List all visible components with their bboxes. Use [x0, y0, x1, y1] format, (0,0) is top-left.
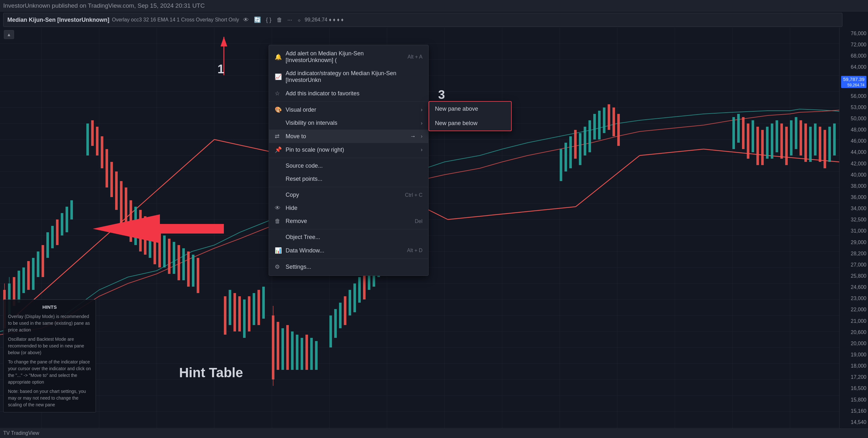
svg-rect-97 [257, 290, 260, 325]
time-bar: TV TradingView [0, 429, 868, 438]
svg-rect-78 [144, 216, 147, 255]
menu-item-settings[interactable]: ⚙ Settings... [269, 260, 428, 273]
svg-rect-145 [752, 120, 754, 152]
svg-rect-157 [809, 127, 812, 162]
price-label: 50,000 [841, 116, 866, 122]
price-label: 21,000 [841, 318, 866, 324]
svg-rect-105 [296, 335, 299, 370]
hint-line-3: To change the pane of the indicator plac… [8, 359, 91, 385]
price-label: 68,000 [841, 53, 866, 59]
hints-title: HINTS [8, 303, 91, 311]
price-label: 40,000 [841, 172, 866, 178]
svg-rect-134 [588, 120, 591, 152]
menu-item-visual-order[interactable]: 🎨 Visual order › [269, 103, 428, 116]
menu-label-add-alert: Add alert on Median Kijun-Sen [InvestorU… [286, 50, 404, 64]
price-label: 34,000 [841, 206, 866, 211]
menu-item-visibility[interactable]: Visibility on intervals › [269, 116, 428, 129]
eye-icon[interactable]: 👁 [242, 16, 250, 24]
move-icon: ⇄ [275, 133, 282, 140]
svg-rect-70 [105, 149, 108, 187]
menu-item-reset-points[interactable]: Reset points... [269, 172, 428, 185]
star-icon: ☆ [275, 90, 282, 97]
trash-icon[interactable]: 🗑 [275, 16, 284, 24]
menu-item-add-favorites[interactable]: ☆ Add this indicator to favorites [269, 87, 428, 100]
svg-rect-109 [315, 341, 318, 370]
collapse-button[interactable]: ▲ [4, 30, 14, 39]
svg-rect-104 [291, 331, 293, 370]
more-icon[interactable]: ··· [286, 16, 293, 24]
menu-item-add-indicator[interactable]: 📈 Add indicator/strategy on Median Kijun… [269, 67, 428, 87]
svg-rect-141 [733, 117, 735, 149]
indicator-params: Overlay occ3 32 16 EMA 14 1 Cross Overla… [112, 17, 239, 23]
arrow-right-icon: › [421, 107, 423, 113]
svg-rect-69 [101, 136, 103, 168]
bell-icon: 🔔 [275, 53, 282, 60]
menu-item-pin-scale[interactable]: 📌 Pin to scale (now right) › [269, 143, 428, 156]
menu-item-object-tree[interactable]: Object Tree... [269, 231, 428, 244]
svg-rect-133 [584, 127, 586, 155]
svg-rect-76 [134, 207, 137, 245]
price-label: 24,600 [841, 285, 866, 290]
svg-rect-88 [192, 255, 194, 287]
menu-item-hide[interactable]: 👁 Hide [269, 202, 428, 215]
svg-rect-150 [776, 120, 778, 152]
menu-label-visual-order: Visual order [286, 107, 417, 113]
svg-line-44 [512, 207, 576, 213]
price-label: 15,800 [841, 397, 866, 403]
submenu-item-new-pane-above[interactable]: New pane above [429, 102, 511, 116]
menu-item-data-window[interactable]: 📊 Data Window... Alt + D [269, 244, 428, 257]
svg-rect-101 [277, 322, 279, 370]
svg-rect-72 [115, 172, 118, 210]
svg-rect-143 [742, 117, 745, 149]
submenu-moveto: New pane above New pane below [429, 101, 512, 131]
svg-rect-160 [824, 130, 826, 168]
menu-label-visibility: Visibility on intervals [286, 120, 417, 126]
menu-label-source-code: Source code... [286, 163, 423, 169]
menu-item-move-to[interactable]: ⇄ Move to → › [269, 129, 428, 143]
svg-rect-56 [27, 261, 30, 290]
arrow-right-icon3: › [421, 134, 423, 139]
price-label: 29,000 [841, 240, 866, 245]
svg-rect-138 [608, 104, 610, 130]
chart-icon: 📈 [275, 73, 282, 80]
menu-item-add-alert[interactable]: 🔔 Add alert on Median Kijun-Sen [Investo… [269, 47, 428, 67]
refresh-icon[interactable]: 🔄 [253, 16, 262, 24]
price-label: 56,000 [841, 93, 866, 99]
bracket-icon[interactable]: { } [265, 16, 273, 24]
price-label: 38,000 [841, 183, 866, 189]
price-scale: 76,000 72,000 68,000 64,000 59,787.3959,… [839, 28, 868, 429]
indicator-title: Median Kijun-Sen [InvestorUnknown] [7, 17, 110, 23]
svg-rect-71 [110, 162, 113, 197]
svg-rect-113 [344, 296, 346, 325]
svg-rect-114 [349, 290, 351, 316]
svg-rect-144 [747, 123, 749, 159]
svg-rect-131 [574, 130, 577, 159]
menu-label-add-favorites: Add this indicator to favorites [286, 90, 423, 97]
svg-rect-73 [120, 181, 123, 223]
menu-item-remove[interactable]: 🗑 Remove Del [269, 215, 428, 228]
menu-item-source-code[interactable]: Source code... [269, 159, 428, 172]
svg-rect-90 [224, 296, 226, 335]
svg-rect-82 [163, 235, 166, 267]
svg-rect-137 [603, 108, 606, 133]
pin-icon[interactable]: ⬦ [296, 16, 302, 24]
svg-rect-128 [560, 149, 562, 181]
svg-rect-96 [253, 293, 255, 325]
svg-rect-91 [229, 290, 231, 325]
shortcut-remove: Del [415, 218, 423, 224]
svg-rect-63 [61, 213, 63, 235]
svg-rect-54 [18, 271, 20, 303]
submenu-item-new-pane-below[interactable]: New pane below [429, 116, 511, 130]
menu-divider2 [269, 158, 428, 158]
shortcut-data-window: Alt + D [407, 247, 423, 254]
svg-rect-74 [125, 187, 127, 232]
menu-item-copy[interactable]: Copy Ctrl + C [269, 188, 428, 202]
svg-rect-55 [22, 267, 25, 293]
price-label: 22,000 [841, 307, 866, 313]
svg-rect-146 [756, 127, 759, 165]
step-number-1: 1 [217, 62, 224, 76]
svg-rect-156 [804, 123, 807, 162]
svg-rect-158 [814, 123, 816, 155]
price-label: 25,800 [841, 273, 866, 279]
menu-label-settings: Settings... [286, 264, 423, 270]
